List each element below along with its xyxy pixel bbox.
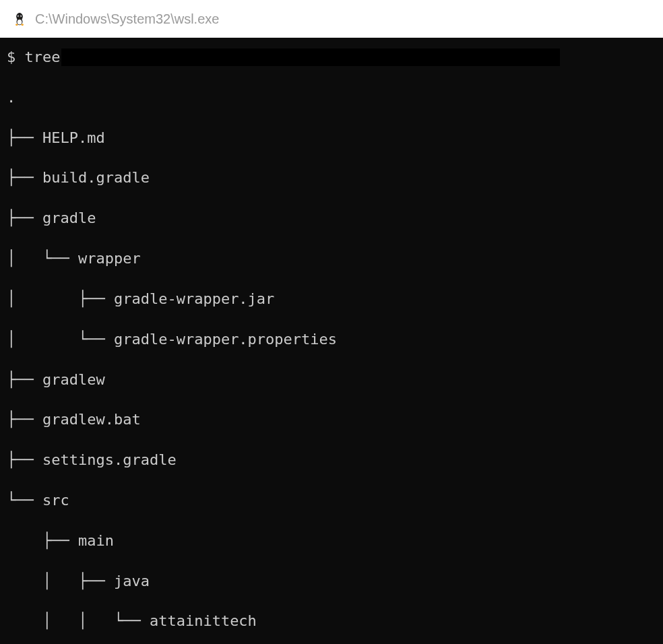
svg-point-6 — [18, 15, 19, 17]
tree-row: └── src — [7, 490, 656, 511]
tree-row: │ ├── java — [7, 571, 656, 591]
window-title: C:\Windows\System32\wsl.exe — [35, 11, 219, 27]
svg-point-3 — [18, 20, 22, 25]
window-titlebar: C:\Windows\System32\wsl.exe — [0, 0, 663, 38]
svg-point-7 — [20, 15, 21, 17]
tree-row: ├── main — [7, 531, 656, 551]
tree-row: ├── settings.gradle — [7, 450, 656, 470]
tree-row: │ ├── gradle-wrapper.jar — [7, 289, 656, 309]
tree-row: │ └── wrapper — [7, 249, 656, 269]
tree-row: ├── gradle — [7, 208, 656, 228]
terminal-body[interactable]: $ tree . ├── HELP.md ├── build.gradle ├─… — [0, 38, 663, 644]
tree-row: │ └── gradle-wrapper.properties — [7, 329, 656, 350]
tree-row: ├── build.gradle — [7, 168, 656, 188]
tree-row: │ │ └── attainittech — [7, 611, 656, 631]
tree-row: ├── gradlew — [7, 370, 656, 390]
tree-row: . — [7, 88, 656, 108]
prompt-sign: $ — [7, 47, 25, 67]
tree-row: ├── HELP.md — [7, 128, 656, 148]
command-text: tree — [25, 47, 61, 67]
prompt-line: $ tree — [7, 47, 656, 67]
tux-icon — [12, 11, 27, 26]
tree-row: ├── gradlew.bat — [7, 410, 656, 430]
redacted-block — [61, 49, 560, 66]
